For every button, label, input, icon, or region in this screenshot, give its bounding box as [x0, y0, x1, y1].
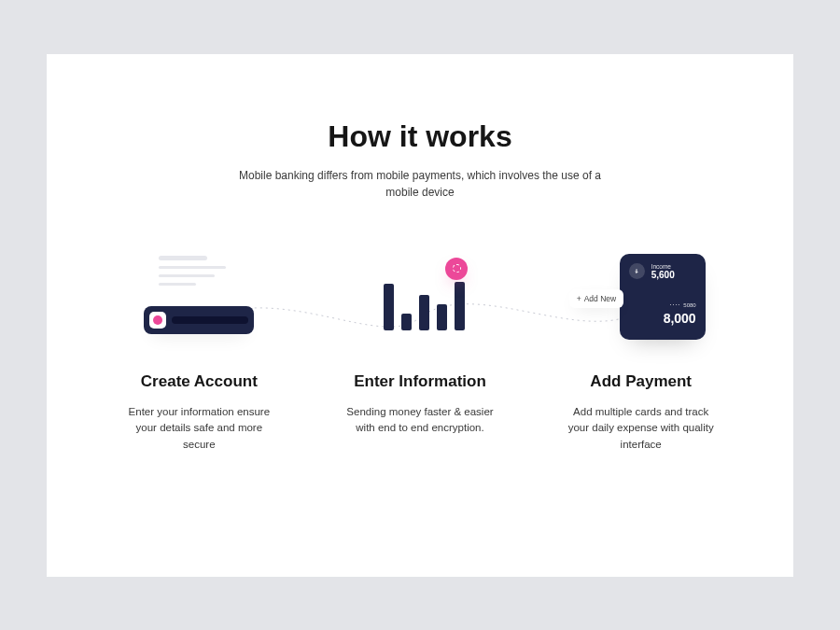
steps-row: Create Account Enter your information en…: [103, 247, 737, 454]
step-1-title: Create Account: [141, 372, 258, 391]
card-code: 5080: [683, 302, 695, 308]
add-new-chip: + Add New: [569, 289, 623, 308]
add-new-label: Add New: [584, 294, 617, 303]
download-icon: [629, 263, 645, 279]
step-create-account: Create Account Enter your information en…: [103, 247, 296, 454]
section-heading: How it works: [103, 119, 737, 154]
how-it-works-section: How it works Mobile banking differs from…: [47, 54, 793, 577]
gear-badge-icon: [445, 258, 468, 280]
form-lines-icon: [159, 256, 226, 291]
step-1-illustration: [103, 247, 296, 350]
step-add-payment: Income 5,600 ····5080 8,000 +: [544, 247, 737, 454]
step-3-desc: Add multiple cards and track your daily …: [562, 404, 721, 454]
section-subheading: Mobile banking differs from mobile payme…: [224, 167, 616, 201]
step-1-desc: Enter your information ensure your detai…: [119, 404, 278, 454]
card-amount: 8,000: [629, 311, 696, 327]
income-value: 5,600: [651, 270, 675, 280]
bar-chart-icon: [384, 282, 465, 330]
income-label: Income: [651, 263, 675, 270]
card-masked: ····: [670, 301, 681, 308]
payment-card-icon: Income 5,600 ····5080 8,000: [620, 254, 706, 340]
avatar-icon: [149, 312, 166, 329]
step-enter-information: Enter Information Sending money faster &…: [324, 247, 517, 454]
step-2-desc: Sending money faster & easier with end t…: [341, 404, 499, 438]
step-3-title: Add Payment: [590, 372, 692, 391]
step-3-illustration: Income 5,600 ····5080 8,000 +: [544, 247, 737, 350]
plus-icon: +: [577, 294, 581, 303]
step-2-title: Enter Information: [354, 372, 486, 391]
account-bar-icon: [144, 306, 254, 334]
step-2-illustration: [324, 247, 517, 350]
